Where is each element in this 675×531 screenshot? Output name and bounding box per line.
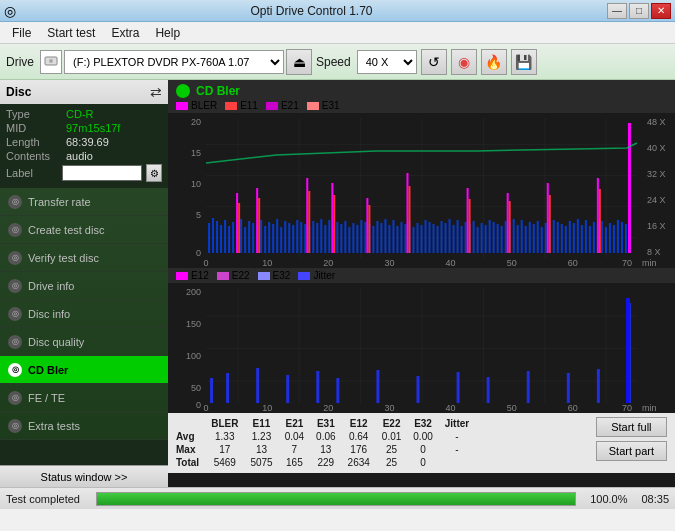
chart-1-svg: 20 15 10 5 0 48 X 40 X 32 X 24 X 16 X 8 … (176, 113, 667, 268)
label-settings-button[interactable]: ⚙ (146, 164, 162, 182)
svg-rect-92 (481, 223, 483, 253)
speed-select[interactable]: 40 X (357, 50, 417, 74)
svg-rect-172 (336, 378, 339, 403)
svg-text:5: 5 (196, 210, 201, 220)
length-value: 68:39.69 (66, 136, 109, 148)
sidebar-item-verify-test-disc[interactable]: ◎ Verify test disc (0, 244, 168, 272)
svg-rect-53 (324, 225, 326, 253)
menu-start-test[interactable]: Start test (39, 24, 103, 42)
svg-text:15: 15 (191, 148, 201, 158)
legend-e12-color (176, 272, 188, 280)
sidebar-item-disc-quality[interactable]: ◎ Disc quality (0, 328, 168, 356)
svg-rect-112 (561, 224, 563, 253)
chart-2-header: E12 E22 E32 Jitter (168, 268, 675, 283)
svg-rect-146 (408, 186, 410, 253)
row-max-e12: 176 (342, 443, 376, 456)
close-button[interactable]: ✕ (651, 3, 671, 19)
col-jitter: Jitter (439, 417, 475, 430)
burn-button[interactable]: 🔥 (481, 49, 507, 75)
sidebar-item-fe-te[interactable]: ◎ FE / TE (0, 384, 168, 412)
svg-rect-126 (617, 220, 619, 253)
svg-rect-144 (333, 195, 335, 253)
sidebar-item-create-test-disc[interactable]: ◎ Create test disc (0, 216, 168, 244)
svg-rect-90 (473, 221, 475, 253)
label-input[interactable] (62, 165, 142, 181)
sidebar-item-label: CD Bler (28, 364, 68, 376)
svg-rect-60 (352, 223, 354, 253)
row-avg-e22: 0.01 (376, 430, 407, 443)
svg-rect-78 (425, 220, 427, 253)
row-avg-e21: 0.04 (279, 430, 310, 443)
status-window-button[interactable]: Status window >> (0, 465, 168, 487)
erase-button[interactable]: ◉ (451, 49, 477, 75)
contents-label: Contents (6, 150, 66, 162)
refresh-button[interactable]: ↺ (421, 49, 447, 75)
svg-rect-133 (331, 183, 333, 253)
maximize-button[interactable]: □ (629, 3, 649, 19)
drive-select[interactable]: (F:) PLEXTOR DVDR PX-760A 1.07 (64, 50, 284, 74)
svg-rect-50 (312, 221, 314, 253)
sidebar-item-extra-tests[interactable]: ◎ Extra tests (0, 412, 168, 440)
svg-rect-51 (316, 223, 318, 253)
sidebar-item-cd-bler[interactable]: ◎ CD Bler (0, 356, 168, 384)
menu-file[interactable]: File (4, 24, 39, 42)
save-button[interactable]: 💾 (511, 49, 537, 75)
svg-rect-56 (336, 222, 338, 253)
svg-rect-148 (509, 201, 511, 253)
sidebar-item-disc-info[interactable]: ◎ Disc info (0, 300, 168, 328)
app-icon: ◎ (4, 3, 16, 19)
disc-arrow-button[interactable]: ⇄ (150, 84, 162, 100)
menu-help[interactable]: Help (147, 24, 188, 42)
svg-rect-68 (384, 219, 386, 253)
chart-1: 20 15 10 5 0 48 X 40 X 32 X 24 X 16 X 8 … (176, 113, 667, 268)
legend-e32: E32 (258, 270, 291, 281)
sidebar-item-transfer-rate[interactable]: ◎ Transfer rate (0, 188, 168, 216)
svg-text:20: 20 (323, 403, 333, 413)
svg-text:32 X: 32 X (647, 169, 666, 179)
svg-rect-167 (210, 378, 213, 403)
svg-text:16 X: 16 X (647, 221, 666, 231)
svg-rect-145 (368, 205, 370, 253)
row-avg-e31: 0.06 (310, 430, 341, 443)
svg-rect-83 (445, 223, 447, 253)
svg-text:60: 60 (568, 258, 578, 268)
col-e12: E12 (342, 417, 376, 430)
svg-rect-178 (567, 373, 570, 403)
svg-rect-72 (400, 222, 402, 253)
sidebar-item-label: Verify test disc (28, 252, 99, 264)
svg-rect-62 (360, 220, 362, 253)
svg-rect-100 (513, 219, 515, 253)
type-value: CD-R (66, 108, 94, 120)
sidebar: Disc ⇄ Type CD-R MID 97m15s17f Length 68… (0, 80, 168, 487)
window-controls: — □ ✕ (607, 3, 671, 19)
svg-rect-95 (493, 222, 495, 253)
row-max-jitter: - (439, 443, 475, 456)
mid-value: 97m15s17f (66, 122, 120, 134)
sidebar-item-label: Create test disc (28, 224, 104, 236)
menu-extra[interactable]: Extra (103, 24, 147, 42)
start-full-button[interactable]: Start full (596, 417, 667, 437)
stats-area: BLER E11 E21 E31 E12 E22 E32 Jitter Avg … (168, 413, 675, 473)
svg-rect-131 (256, 188, 258, 253)
stats-row-avg: Avg 1.33 1.23 0.04 0.06 0.64 0.01 0.00 - (176, 430, 475, 443)
app-title: Opti Drive Control 1.70 (16, 4, 607, 18)
svg-rect-104 (529, 222, 531, 253)
toolbar: Drive (F:) PLEXTOR DVDR PX-760A 1.07 ⏏ S… (0, 44, 675, 80)
sidebar-item-label: Extra tests (28, 420, 80, 432)
chart-title-icon (176, 84, 190, 98)
svg-rect-171 (316, 371, 319, 403)
sidebar-item-drive-info[interactable]: ◎ Drive info (0, 272, 168, 300)
svg-text:24 X: 24 X (647, 195, 666, 205)
eject-button[interactable]: ⏏ (286, 49, 312, 75)
svg-text:200: 200 (186, 287, 201, 297)
svg-rect-107 (541, 227, 543, 253)
drive-label: Drive (6, 55, 34, 69)
start-part-button[interactable]: Start part (596, 441, 667, 461)
svg-rect-130 (236, 193, 238, 253)
svg-text:40: 40 (446, 403, 456, 413)
svg-rect-98 (505, 221, 507, 253)
svg-text:30: 30 (384, 403, 394, 413)
minimize-button[interactable]: — (607, 3, 627, 19)
svg-rect-173 (376, 370, 379, 403)
svg-rect-61 (356, 225, 358, 253)
